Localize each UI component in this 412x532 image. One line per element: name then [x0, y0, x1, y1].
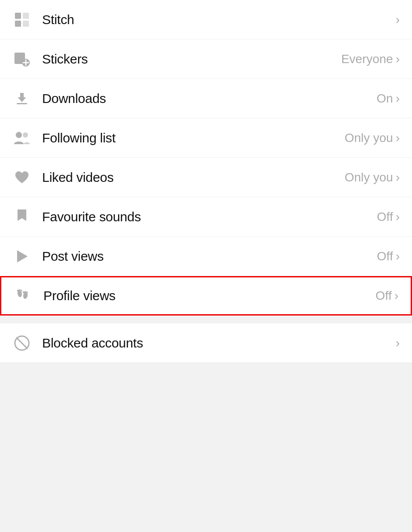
favourite-sounds-value: Off	[377, 210, 393, 224]
svg-point-17	[19, 289, 21, 291]
svg-marker-9	[18, 93, 26, 102]
favourite-sounds-right: Off ›	[377, 210, 400, 224]
stickers-icon	[12, 50, 32, 69]
svg-rect-10	[17, 103, 27, 104]
downloads-value: On	[376, 92, 393, 106]
svg-point-21	[26, 291, 28, 293]
post-views-right: Off ›	[377, 249, 400, 263]
stitch-chevron: ›	[396, 13, 400, 27]
following-list-icon	[12, 128, 32, 148]
menu-item-stickers[interactable]: Stickers Everyone ›	[0, 39, 412, 79]
stitch-label: Stitch	[42, 12, 74, 27]
stitch-right: ›	[393, 13, 400, 27]
svg-line-23	[17, 338, 27, 348]
menu-item-downloads[interactable]: Downloads On ›	[0, 79, 412, 118]
profile-views-icon	[14, 286, 33, 305]
svg-rect-3	[23, 21, 29, 27]
blocked-accounts-icon	[12, 333, 32, 353]
following-list-label: Following list	[42, 131, 116, 145]
svg-point-12	[23, 132, 28, 138]
menu-item-left: Stickers	[12, 50, 88, 69]
svg-point-11	[16, 132, 22, 138]
post-views-icon	[12, 247, 32, 266]
profile-views-right: Off ›	[376, 289, 398, 303]
stickers-chevron: ›	[396, 52, 400, 66]
blocked-accounts-label: Blocked accounts	[42, 336, 143, 351]
following-list-value: Only you	[345, 131, 393, 145]
svg-rect-2	[23, 13, 29, 19]
post-views-value: Off	[377, 249, 393, 263]
svg-point-19	[23, 291, 25, 293]
menu-item-profile-views[interactable]: Profile views Off ›	[0, 276, 412, 316]
stickers-right: Everyone ›	[341, 52, 400, 66]
svg-point-18	[21, 290, 22, 291]
liked-videos-right: Only you ›	[345, 170, 400, 184]
post-views-chevron: ›	[396, 249, 400, 263]
svg-rect-0	[15, 13, 21, 19]
following-list-chevron: ›	[396, 131, 400, 145]
post-views-label: Post views	[42, 249, 103, 264]
downloads-right: On ›	[376, 92, 400, 106]
stickers-value: Everyone	[341, 52, 393, 66]
menu-item-favourite-sounds[interactable]: Favourite sounds Off ›	[0, 197, 412, 237]
menu-item-left: Favourite sounds	[12, 207, 141, 227]
blocked-accounts-right: ›	[393, 336, 400, 350]
liked-videos-value: Only you	[345, 170, 393, 184]
profile-views-value: Off	[376, 289, 392, 303]
stickers-label: Stickers	[42, 52, 88, 67]
liked-videos-label: Liked videos	[42, 170, 114, 185]
menu-item-left: Post views	[12, 247, 103, 266]
profile-views-chevron: ›	[394, 289, 398, 303]
favourite-sounds-icon	[12, 207, 32, 227]
favourite-sounds-label: Favourite sounds	[42, 209, 141, 224]
section-divider	[0, 316, 412, 323]
downloads-icon	[12, 89, 32, 108]
menu-item-following-list[interactable]: Following list Only you ›	[0, 118, 412, 158]
favourite-sounds-chevron: ›	[396, 210, 400, 224]
profile-views-label: Profile views	[43, 288, 115, 303]
svg-point-20	[25, 291, 26, 293]
liked-videos-chevron: ›	[396, 170, 400, 184]
menu-item-left: Stitch	[12, 10, 74, 29]
blocked-accounts-chevron: ›	[396, 336, 400, 350]
svg-marker-13	[17, 250, 28, 262]
svg-point-16	[17, 290, 19, 291]
liked-videos-icon	[12, 168, 32, 187]
menu-item-left: Profile views	[14, 286, 115, 305]
svg-rect-1	[15, 21, 21, 27]
stitch-icon	[12, 10, 32, 29]
menu-item-left: Downloads	[12, 89, 106, 108]
menu-item-left: Following list	[12, 128, 116, 148]
menu-item-liked-videos[interactable]: Liked videos Only you ›	[0, 158, 412, 197]
menu-item-left: Blocked accounts	[12, 333, 143, 353]
menu-item-post-views[interactable]: Post views Off ›	[0, 237, 412, 276]
menu-item-stitch[interactable]: Stitch ›	[0, 0, 412, 39]
settings-menu: Stitch › Stickers Everyone ›	[0, 0, 412, 363]
menu-item-blocked-accounts[interactable]: Blocked accounts ›	[0, 323, 412, 363]
menu-item-left: Liked videos	[12, 168, 114, 187]
following-list-right: Only you ›	[345, 131, 400, 145]
downloads-label: Downloads	[42, 91, 106, 106]
downloads-chevron: ›	[396, 92, 400, 106]
